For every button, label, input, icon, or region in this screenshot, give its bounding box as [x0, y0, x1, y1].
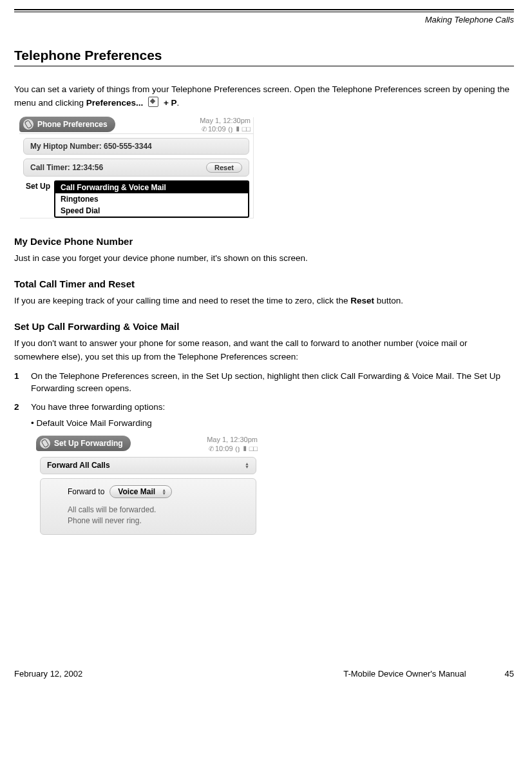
title-label: Phone Preferences — [37, 117, 108, 132]
titlebar: Phone Preferences May 1, 12:30pm 10:09 ⦅… — [19, 117, 253, 133]
footer-page-number: 45 — [505, 669, 514, 679]
status-area: May 1, 12:30pm 10:09 ⦅⦆ ▮ □□ — [115, 117, 253, 133]
step-number-2: 2 — [14, 401, 22, 553]
my-number-row: My Hiptop Number: 650-555-3344 — [23, 138, 249, 155]
call-timer-body: If you are keeping track of your calling… — [14, 294, 514, 308]
fwd-status-area: May 1, 12:30pm 10:09 ⦅⦆ ▮ □□ — [131, 436, 260, 452]
fwd-titlebar: Set Up Forwarding May 1, 12:30pm 10:09 ⦅… — [36, 436, 260, 452]
top-rule-thick — [14, 9, 514, 10]
ct-text-a: If you are keeping track of your calling… — [14, 296, 350, 305]
phone-icon — [21, 117, 35, 131]
step-1-text: On the Telephone Preferences screen, in … — [31, 371, 514, 395]
intro-shortcut: + P — [161, 98, 176, 108]
steps-list: 1 On the Telephone Preferences screen, i… — [14, 371, 514, 553]
footer-date: February 12, 2002 — [14, 669, 82, 679]
step-number-1: 1 — [14, 371, 22, 395]
step1-bold: Call Forwarding & Voice Mail — [341, 371, 452, 381]
fwd-title-tab: Set Up Forwarding — [36, 436, 131, 451]
intro-paragraph: You can set a variety of things from you… — [14, 83, 514, 110]
status-date: May 1, 12:30pm — [118, 117, 251, 125]
step-2-text: You have three forwarding options: — [31, 402, 165, 412]
step1-a: On the Telephone Preferences screen, in … — [31, 371, 341, 381]
section-rule — [14, 66, 514, 66]
signal-icon: ⦅⦆ ▮ □□ — [235, 445, 258, 452]
page-footer: February 12, 2002 T-Mobile Device Owner'… — [14, 669, 514, 679]
forwarding-screenshot: Set Up Forwarding May 1, 12:30pm 10:09 ⦅… — [36, 436, 260, 535]
fwd-status-date: May 1, 12:30pm — [133, 436, 258, 444]
setup-row: Set Up Call Forwarding & Voice Mail Ring… — [26, 180, 249, 218]
ct-text-b: button. — [374, 296, 403, 305]
small-phone-icon — [209, 445, 215, 452]
subheading-setup-forwarding: Set Up Call Forwarding & Voice Mail — [14, 321, 514, 332]
subheading-call-timer: Total Call Timer and Reset — [14, 278, 514, 289]
footer-manual-title: T-Mobile Device Owner's Manual — [82, 669, 466, 679]
intro-period: . — [177, 98, 180, 108]
setup-label: Set Up — [26, 180, 50, 191]
setup-item-speed-dial[interactable]: Speed Dial — [55, 205, 248, 217]
forward-body: Forward to Voice Mail ▲▼ All calls will … — [40, 478, 256, 535]
forward-to-label: Forward to — [68, 487, 104, 497]
updown-arrows-icon: ▲▼ — [245, 462, 249, 468]
options-bullets: Default Voice Mail Forwarding — [31, 418, 260, 430]
updown-arrows-icon: ▲▼ — [162, 488, 166, 495]
setup-item-call-forwarding[interactable]: Call Forwarding & Voice Mail — [55, 182, 248, 193]
small-phone-icon — [202, 125, 208, 133]
forward-mode-label: Forward All Calls — [47, 460, 110, 471]
forward-to-select[interactable]: Voice Mail ▲▼ — [109, 485, 172, 499]
bullet-default-vm: Default Voice Mail Forwarding — [36, 418, 151, 428]
ct-reset-bold: Reset — [350, 296, 374, 305]
forward-to-value: Voice Mail — [118, 487, 155, 497]
fwd-title-label: Set Up Forwarding — [54, 436, 123, 451]
phone-icon — [38, 437, 52, 451]
fwd-status-time: 10:09 — [215, 445, 233, 452]
running-header: Making Telephone Calls — [14, 15, 514, 24]
forward-note-1: All calls will be forwarded. — [68, 505, 248, 516]
phone-preferences-screenshot: Phone Preferences May 1, 12:30pm 10:09 ⦅… — [19, 117, 253, 218]
signal-icon: ⦅⦆ ▮ □□ — [228, 125, 251, 133]
subheading-my-device: My Device Phone Number — [14, 236, 514, 247]
intro-preferences-bold: Preferences... — [86, 98, 146, 108]
setup-forwarding-body: If you don't want to answer your phone f… — [14, 337, 514, 364]
forward-to-row: Forward to Voice Mail ▲▼ — [68, 485, 248, 499]
reset-button[interactable]: Reset — [206, 162, 242, 173]
setup-item-ringtones[interactable]: Ringtones — [55, 193, 248, 205]
title-tab: Phone Preferences — [19, 117, 115, 132]
my-number-label: My Hiptop Number: 650-555-3344 — [30, 142, 152, 151]
section-title: Telephone Preferences — [14, 48, 514, 63]
status-time: 10:09 — [208, 125, 226, 133]
menu-diamond-icon — [148, 97, 158, 107]
forward-mode-select[interactable]: Forward All Calls ▲▼ — [40, 457, 256, 474]
step-2-block: You have three forwarding options: Defau… — [31, 401, 260, 553]
call-timer-row: Call Timer: 12:34:56 Reset — [23, 159, 249, 177]
forward-note-2: Phone will never ring. — [68, 516, 248, 526]
top-rule-thin — [14, 12, 514, 12]
call-timer-label: Call Timer: 12:34:56 — [30, 163, 103, 172]
my-device-body: Just in case you forget your device phon… — [14, 252, 514, 265]
setup-list[interactable]: Call Forwarding & Voice Mail Ringtones S… — [54, 180, 249, 218]
